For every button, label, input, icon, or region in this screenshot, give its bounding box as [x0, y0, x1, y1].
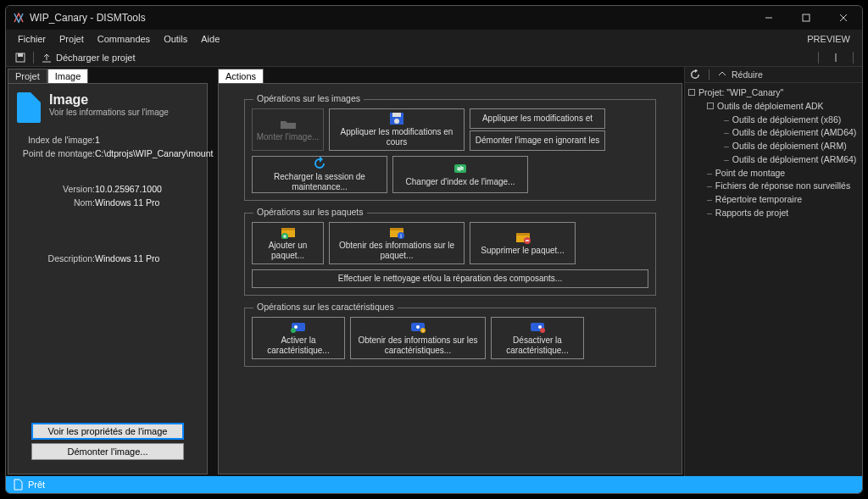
collapse-tree-icon[interactable] [718, 70, 726, 79]
label-image-index: Index de l'image: [17, 135, 95, 145]
switch-index-button[interactable]: Changer d'index de l'image... [392, 156, 528, 193]
value-version: 10.0.25967.1000 [95, 184, 198, 194]
preview-label: PREVIEW [807, 34, 857, 44]
tree-adk[interactable]: Outils de déploiement ADK [688, 100, 859, 114]
menu-help[interactable]: Aide [194, 32, 226, 46]
value-image-index: 1 [95, 135, 213, 145]
save-disk-icon [387, 112, 406, 125]
menubar: Fichier Projet Commandes Outils Aide PRE… [6, 30, 862, 48]
folder-icon [279, 117, 298, 130]
remove-package-button[interactable]: Supprimer le paquet... [470, 222, 576, 264]
apply-changes-button[interactable]: Appliquer les modifications en cours [329, 108, 465, 151]
tree-adk-x86[interactable]: –Outils de déploiement (x86) [688, 114, 859, 127]
status-page-icon [13, 479, 23, 491]
value-mount-point: C:\dtprojs\WIP_Canary\mount [95, 148, 213, 158]
svg-point-31 [538, 325, 542, 329]
toolbar: Décharger le projet [6, 48, 862, 67]
value-description: Windows 11 Pro [95, 253, 198, 263]
package-remove-icon [514, 230, 532, 244]
label-name: Nom: [17, 197, 95, 208]
actions-panel: Opérations sur les images Monter l'image… [218, 83, 682, 474]
label-description: Description: [17, 253, 95, 263]
add-package-button[interactable]: Ajouter un paquet... [252, 222, 324, 264]
cleanup-button[interactable]: Effectuer le nettoyage et/ou la réparati… [252, 269, 648, 288]
reload-session-button[interactable]: Recharger la session de maintenance... [252, 156, 387, 193]
tree-mount[interactable]: –Point de montage [688, 167, 859, 180]
svg-point-27 [416, 325, 420, 329]
mount-image-button[interactable]: Monter l'image... [252, 108, 324, 151]
unload-project-button[interactable]: Décharger le projet [37, 52, 139, 64]
svg-rect-20 [516, 233, 530, 236]
menu-project[interactable]: Projet [53, 32, 91, 46]
image-subheading: Voir les informations sur l'image [49, 108, 169, 117]
unload-project-label: Décharger le projet [56, 53, 136, 63]
disable-feature-button[interactable]: Désactiver la caractéristique... [491, 317, 584, 359]
package-info-button[interactable]: i Obtenir des informations sur le paquet… [329, 222, 465, 264]
menu-tools[interactable]: Outils [157, 32, 194, 46]
enable-feature-button[interactable]: Activer la caractéristique... [252, 317, 345, 359]
group-title-packages: Opérations sur les paquets [253, 207, 367, 217]
switch-icon [451, 162, 470, 175]
refresh-tree-icon[interactable] [690, 69, 700, 80]
feature-disable-icon [528, 320, 547, 334]
group-package-operations: Opérations sur les paquets Ajouter un pa… [244, 213, 656, 296]
tab-image[interactable]: Image [47, 69, 89, 83]
svg-rect-13 [281, 228, 295, 230]
reduce-label[interactable]: Réduire [732, 69, 763, 80]
titlebar: WIP_Canary - DISMTools [6, 6, 862, 30]
svg-point-24 [294, 325, 298, 329]
feature-enable-icon [289, 320, 308, 334]
svg-rect-9 [392, 113, 401, 117]
tree-adk-amd64[interactable]: –Outils de déploiement (AMD64) [688, 126, 859, 140]
tree-answer-files[interactable]: –Fichiers de réponse non surveillés [688, 180, 859, 193]
minimize-button[interactable] [757, 9, 781, 26]
group-image-operations: Opérations sur les images Monter l'image… [244, 99, 656, 201]
close-button[interactable] [832, 9, 855, 26]
app-icon [13, 12, 25, 24]
package-add-icon [279, 225, 298, 239]
view-image-properties-button[interactable]: Voir les propriétés de l'image [31, 423, 184, 440]
tree-adk-arm64[interactable]: –Outils de déploiement (ARM64) [688, 153, 859, 167]
label-version: Version: [17, 184, 95, 194]
window-title: WIP_Canary - DISMTools [30, 12, 757, 24]
svg-rect-1 [803, 14, 810, 21]
tree-temp[interactable]: –Répertoire temporaire [688, 193, 859, 207]
apply-and-unmount-button[interactable]: Appliquer les modifications et [470, 108, 605, 129]
group-title-features: Opérations sur les caractéristiques [253, 302, 398, 312]
package-info-icon: i [387, 225, 406, 239]
svg-point-10 [394, 119, 399, 124]
svg-rect-16 [390, 228, 403, 230]
maximize-button[interactable] [794, 9, 818, 26]
svg-point-25 [291, 328, 296, 333]
svg-point-32 [540, 328, 545, 333]
label-mount-point: Point de montage: [17, 148, 95, 158]
image-page-icon [17, 92, 41, 123]
tab-project[interactable]: Projet [8, 69, 47, 83]
image-heading: Image [49, 92, 169, 108]
group-feature-operations: Opérations sur les caractéristiques Acti… [244, 308, 656, 367]
tree-adk-arm[interactable]: –Outils de déploiement (ARM) [688, 140, 859, 153]
statusbar: Prêt [6, 476, 862, 493]
menu-commands[interactable]: Commandes [91, 32, 157, 46]
refresh-icon [310, 157, 329, 170]
svg-rect-5 [18, 53, 23, 57]
group-title-images: Opérations sur les images [253, 93, 364, 103]
unmount-image-button[interactable]: Démonter l'image... [31, 443, 184, 460]
svg-rect-11 [454, 164, 466, 173]
tree-root[interactable]: Projet: "WIP_Canary" [688, 86, 859, 100]
discard-and-unmount-button[interactable]: Démonter l'image en ignorant les [470, 130, 605, 151]
menu-file[interactable]: Fichier [11, 32, 53, 46]
save-icon[interactable] [11, 52, 30, 64]
feature-info-icon: i [409, 320, 427, 334]
tree-reports[interactable]: –Rapports de projet [688, 207, 859, 220]
feature-info-button[interactable]: i Obtenir des informations sur les carac… [350, 317, 486, 359]
project-tree-panel: Réduire Projet: "WIP_Canary" Outils de d… [684, 67, 862, 476]
value-name: Windows 11 Pro [95, 197, 198, 208]
tab-actions[interactable]: Actions [218, 69, 264, 83]
status-text: Prêt [28, 480, 45, 490]
svg-text:i: i [422, 328, 423, 333]
toolbar-pin-icon[interactable] [827, 53, 844, 63]
image-info-panel: Image Voir les informations sur l'image … [8, 83, 208, 474]
